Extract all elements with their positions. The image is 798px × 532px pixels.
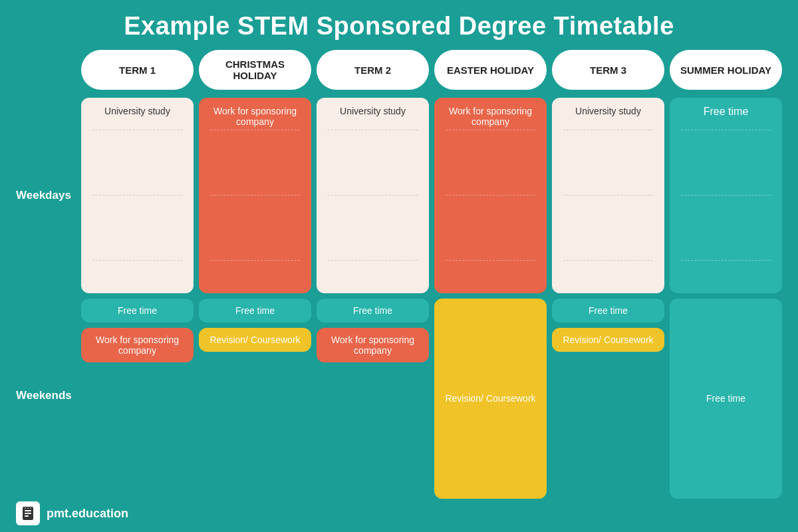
xmas-wd-dashes: [199, 98, 311, 293]
dash1: [92, 130, 182, 130]
weekends-label-col: Weekends: [16, 296, 76, 497]
term3-we-free: Free time: [552, 299, 664, 323]
weekdays-section: Weekdays University study Work for spo: [16, 95, 782, 296]
header-term2: TERM 2: [317, 50, 429, 90]
svg-point-5: [27, 507, 29, 509]
easter-we-revision: Revision/ Coursework: [434, 299, 547, 499]
main-container: Example STEM Sponsored Degree Timetable …: [0, 0, 798, 532]
t3-dash3: [563, 260, 653, 261]
term2-weekday-cell: University study: [317, 98, 429, 293]
e-dash1: [446, 130, 535, 130]
term3-wd-text: University study: [575, 106, 641, 116]
term2-weekend-col: Free time Work for sponsoring company: [317, 299, 429, 499]
term1-weekday-cell: University study: [81, 98, 194, 293]
term3-weekend-col: Free time Revision/ Coursework: [552, 299, 664, 499]
term2-wd-dashes: [317, 98, 429, 293]
header-easter: EASTER HOLIDAY: [434, 50, 547, 90]
dash2: [92, 195, 182, 196]
header-empty-cell: [16, 50, 76, 90]
term1-we-free: Free time: [81, 299, 194, 323]
term2-wd-text: University study: [340, 106, 406, 116]
pmt-logo: [16, 501, 40, 525]
t3-dash1: [563, 130, 653, 130]
term1-we-work: Work for sponsoring company: [81, 328, 194, 362]
term2-we-work: Work for sponsoring company: [317, 328, 429, 362]
footer: pmt.education: [13, 496, 785, 525]
brand-text: pmt.education: [47, 507, 128, 521]
xmas-weekend-col: Free time Revision/ Coursework: [199, 299, 311, 499]
weekends-section: Weekends Free time Work for sponsoring c…: [16, 296, 782, 497]
t2-dash1: [328, 130, 418, 130]
svg-rect-3: [25, 515, 29, 517]
dash3: [92, 260, 182, 261]
xmas-dash1: [210, 130, 300, 130]
page-title: Example STEM Sponsored Degree Timetable: [13, 12, 785, 41]
timetable-body: Weekdays University study Work for spo: [13, 95, 785, 496]
easter-wd-dashes: [434, 98, 547, 293]
header-summer: SUMMER HOLIDAY: [670, 50, 782, 90]
easter-weekday-cell: Work for sponsoring company: [434, 98, 547, 293]
term1-wd-text: University study: [104, 106, 170, 116]
xmas-we-revision: Revision/ Coursework: [199, 328, 311, 352]
e-dash2: [446, 195, 535, 196]
easter-wd-text: Work for sponsoring company: [440, 106, 541, 127]
xmas-dash3: [210, 260, 300, 261]
term3-wd-dashes: [552, 98, 664, 293]
term1-wd-dashes: [81, 98, 194, 293]
weekdays-label-col: Weekdays: [16, 95, 76, 296]
term1-weekend-col: Free time Work for sponsoring company: [81, 299, 194, 499]
logo-icon: [20, 505, 36, 521]
e-dash3: [446, 260, 535, 261]
xmas-dash2: [210, 195, 300, 196]
header-xmas: CHRISTMAS HOLIDAY: [199, 50, 311, 90]
term3-we-revision: Revision/ Coursework: [552, 328, 664, 352]
header-row: TERM 1 CHRISTMAS HOLIDAY TERM 2 EASTER H…: [13, 50, 785, 90]
header-term1: TERM 1: [81, 50, 194, 90]
summer-wd-text: Free time: [704, 106, 749, 118]
header-term3: TERM 3: [552, 50, 664, 90]
summer-weekend-col: Free time: [670, 299, 782, 499]
svg-rect-1: [25, 510, 31, 511]
xmas-wd-text: Work for sponsoring company: [204, 106, 306, 127]
term2-we-free: Free time: [317, 299, 429, 323]
summer-we-free: Free time: [670, 299, 782, 499]
t3-dash2: [563, 195, 653, 196]
xmas-weekday-cell: Work for sponsoring company: [199, 98, 311, 293]
xmas-we-free: Free time: [199, 299, 311, 323]
term3-weekday-cell: University study: [552, 98, 664, 293]
t2-dash2: [328, 195, 418, 196]
weekends-label: Weekends: [16, 389, 72, 402]
svg-point-4: [25, 507, 26, 509]
weekdays-label: Weekdays: [16, 189, 71, 202]
summer-weekday-cell: Free time: [670, 98, 782, 293]
t2-dash3: [328, 260, 418, 261]
svg-point-6: [30, 507, 31, 509]
easter-weekend-col: Revision/ Coursework: [434, 299, 547, 499]
svg-rect-2: [25, 513, 31, 514]
